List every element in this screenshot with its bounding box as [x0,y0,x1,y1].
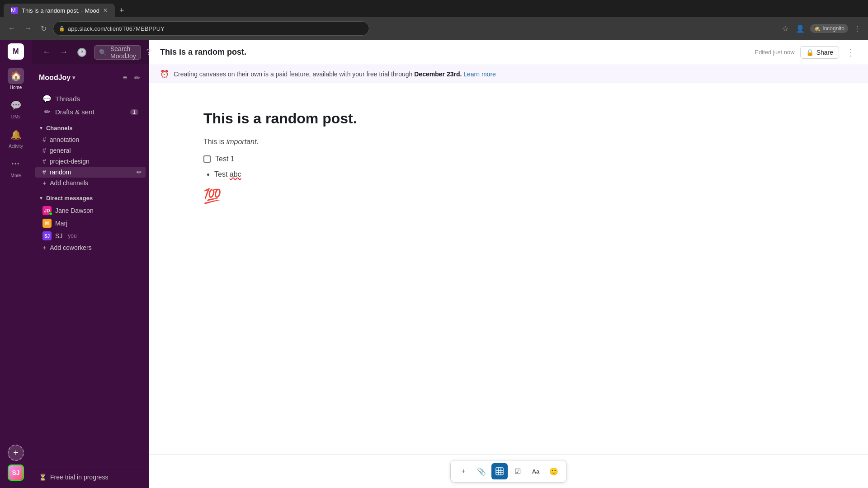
canvas-title: This is a random post. [203,110,814,127]
free-trial-item[interactable]: ⏳ Free trial in progress [32,470,149,484]
threads-icon: 💬 [42,94,52,103]
attach-button[interactable]: 📎 [473,463,490,479]
more-options-button[interactable]: ⋮ [844,45,857,60]
channel-project-design[interactable]: # project-design [35,156,146,167]
workspace-name[interactable]: MoodJoy ▾ [39,74,75,82]
sidebar-header-actions: ≡ ✏ [121,72,142,84]
rail-item-home[interactable]: 🏠 Home [3,65,28,93]
dms-section-header[interactable]: ▼ Direct messages [32,192,149,204]
sidebar-item-threads[interactable]: 💬 Threads [35,92,146,105]
sidebar-item-drafts[interactable]: ✏ Drafts & sent 1 [35,105,146,118]
document-title: This is a random post. [160,47,246,57]
add-channels-icon: + [42,179,46,187]
channel-edit-button[interactable]: ✏ [137,169,142,176]
history-button[interactable]: 🕐 [73,46,90,59]
checklist-item-1: Test 1 [203,155,814,163]
channel-hash-icon: # [42,169,46,176]
channel-hash-icon: # [42,147,46,154]
icon-rail: M 🏠 Home 💬 DMs 🔔 Activity ••• More + SJ [0,40,32,488]
edited-label: Edited just now [755,49,794,56]
sidebar-nav: 💬 Threads ✏ Drafts & sent 1 [32,90,149,120]
dm-sj[interactable]: SJ SJ you [35,230,146,242]
rail-label-home: Home [10,85,22,90]
browser-chrome: M This is a random post. - Mood ✕ + ← → … [0,0,868,40]
marj-avatar: M [42,219,52,228]
rail-item-dms[interactable]: 💬 DMs [3,94,28,122]
add-workspace-button[interactable]: + [8,445,24,461]
app: M 🏠 Home 💬 DMs 🔔 Activity ••• More + SJ [0,40,868,488]
checkbox-1[interactable] [203,155,211,163]
canvas-toolbar-inner: + 📎 ☑ Aa 🙂 [450,460,567,483]
address-text: app.slack.com/client/T067MEBPPUY [68,25,165,32]
browser-tabs: M This is a random post. - Mood ✕ + [0,0,868,17]
add-block-button[interactable]: + [455,463,472,479]
collapse-icon: ▼ [39,126,43,131]
dms-icon: 💬 [8,97,24,113]
canvas-toolbar: + 📎 ☑ Aa 🙂 [149,454,868,488]
banner-clock-icon: ⏰ [160,70,169,78]
channel-annotation[interactable]: # annotation [35,134,146,145]
menu-button[interactable]: ⋮ [852,23,863,35]
canvas-bullet-list: Test abc [214,170,814,178]
back-nav-button[interactable]: ← [39,46,54,59]
tab-title: This is a random post. - Mood [22,7,99,14]
user-avatar-image: SJ [9,465,23,480]
user-avatar[interactable]: SJ [8,465,24,481]
dm-jane-dawson[interactable]: JD Jane Dawson [35,204,146,217]
channels-section-header[interactable]: ▼ Channels [32,122,149,134]
workspace-icon[interactable]: M [8,43,24,60]
activity-icon: 🔔 [8,127,24,143]
jane-dawson-status [49,212,52,216]
rail-label-activity: Activity [9,144,23,149]
forward-button[interactable]: → [22,23,34,34]
new-tab-button[interactable]: + [116,4,128,17]
share-button[interactable]: 🔒 Share [800,46,839,59]
emoji-button[interactable]: 🙂 [546,463,562,479]
banner-text: Creating canvases on their own is a paid… [174,70,496,78]
free-trial-icon: ⏳ [39,474,47,481]
reload-button[interactable]: ↻ [38,23,49,35]
rail-item-more[interactable]: ••• More [3,153,28,181]
incognito-icon: 🕵 [814,25,821,32]
topbar: ← → 🕐 🔍 Search MoodJoy ? [32,40,149,65]
add-coworkers-icon: + [42,244,46,251]
help-button[interactable]: ? [145,46,153,59]
channel-hash-icon: # [42,136,46,143]
learn-more-link[interactable]: Learn more [463,70,496,78]
add-coworkers-item[interactable]: + Add coworkers [35,242,146,253]
channel-general[interactable]: # general [35,145,146,156]
canvas-subtitle: This is important. [203,138,814,146]
drafts-badge: 1 [130,109,138,115]
content-header-right: Edited just now 🔒 Share ⋮ [755,45,857,60]
sj-avatar: SJ [42,231,52,240]
bookmark-button[interactable]: ☆ [780,23,790,35]
more-icon: ••• [8,156,24,172]
back-button[interactable]: ← [5,23,18,34]
collapse-icon: ▼ [39,196,43,201]
active-tab[interactable]: M This is a random post. - Mood ✕ [4,4,115,17]
checkbox-button[interactable]: ☑ [509,463,526,479]
incognito-badge: 🕵 Incognito [810,24,848,33]
compose-button[interactable]: ✏ [132,72,142,84]
profile-button[interactable]: 👤 [794,23,807,35]
filter-button[interactable]: ≡ [121,72,129,84]
forward-nav-button[interactable]: → [56,46,71,59]
add-channels-item[interactable]: + Add channels [35,178,146,188]
rail-item-activity[interactable]: 🔔 Activity [3,124,28,151]
rail-label-dms: DMs [11,114,21,119]
search-bar[interactable]: 🔍 Search MoodJoy [94,45,141,60]
address-bar[interactable]: 🔒 app.slack.com/client/T067MEBPPUY [53,21,369,36]
sidebar: ← → 🕐 🔍 Search MoodJoy ? MoodJoy ▾ ≡ ✏ [32,40,149,488]
topbar-right: ? [145,46,153,59]
text-format-button[interactable]: Aa [528,463,544,479]
table-button[interactable] [491,463,508,479]
rail-bottom: + SJ [8,445,24,484]
svg-rect-0 [496,468,503,475]
bullet-item-1: Test abc [214,170,814,178]
rail-label-more: More [11,173,21,178]
home-icon: 🏠 [8,68,24,84]
tab-close-button[interactable]: ✕ [103,7,108,14]
channel-random[interactable]: # random ✏ [35,167,146,178]
dm-marj[interactable]: M Marj [35,217,146,230]
tab-favicon: M [11,7,18,14]
